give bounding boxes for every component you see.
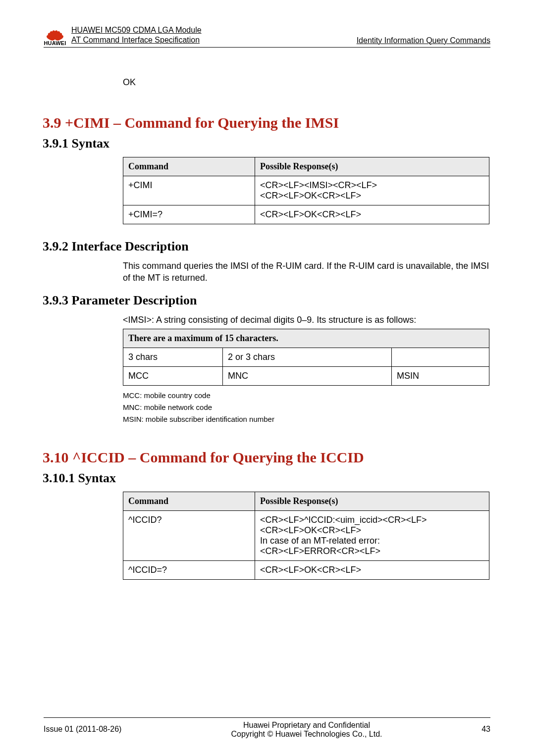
header-titles: HUAWEI MC509 CDMA LGA Module AT Command … [71, 25, 357, 46]
td-iccid-resp: <CR><LF>^ICCID:<uim_iccid><CR><LF> <CR><… [255, 510, 489, 560]
note-mcc: MCC: mobile country code [123, 390, 490, 402]
imsi-r2c1: MCC [123, 366, 223, 385]
interface-desc-text: This command queries the IMSI of the R-U… [123, 260, 490, 284]
th-responses: Possible Response(s) [255, 157, 489, 176]
section-3-10-1-heading: 3.10.1 Syntax [43, 471, 490, 486]
imsi-r1c1: 3 chars [123, 348, 223, 366]
imsi-r2c3: MSIN [392, 366, 489, 385]
page-footer: Issue 01 (2011-08-26) Huawei Proprietary… [44, 717, 490, 739]
imsi-r2c2: MNC [223, 366, 392, 385]
ok-text: OK [123, 77, 490, 88]
td-cimi-resp: <CR><LF><IMSI><CR><LF> <CR><LF>OK<CR><LF… [255, 176, 489, 205]
imsi-structure-table: There are a maximum of 15 characters. 3 … [123, 329, 489, 386]
section-3-9-3-heading: 3.9.3 Parameter Description [43, 293, 490, 308]
td-iccid-q-resp: <CR><LF>OK<CR><LF> [255, 560, 489, 579]
footer-center-1: Huawei Proprietary and Confidential [153, 721, 461, 730]
imsi-r1c2: 2 or 3 chars [223, 348, 392, 366]
th-responses-2: Possible Response(s) [255, 492, 489, 510]
footer-center-2: Copyright © Huawei Technologies Co., Ltd… [153, 730, 461, 739]
iccid-resp-3: In case of an MT-related error: [260, 536, 484, 546]
section-3-9-1-heading: 3.9.1 Syntax [43, 136, 490, 151]
td-iccid: ^ICCID? [123, 510, 255, 560]
note-msin: MSIN: mobile subscriber identification n… [123, 413, 490, 425]
imsi-r1c3 [392, 348, 489, 366]
section-3-9-heading: 3.9 +CIMI – Command for Querying the IMS… [43, 114, 490, 131]
iccid-resp-1: <CR><LF>^ICCID:<uim_iccid><CR><LF> [260, 515, 484, 525]
section-3-9-2-heading: 3.9.2 Interface Description [43, 239, 490, 254]
td-cimi-q-resp: <CR><LF>OK<CR><LF> [255, 205, 489, 224]
iccid-resp-4: <CR><LF>ERROR<CR><LF> [260, 546, 484, 556]
cimi-resp-line2: <CR><LF>OK<CR><LF> [260, 191, 484, 201]
td-iccid-q: ^ICCID=? [123, 560, 255, 579]
footer-page-number: 43 [461, 721, 490, 734]
imsi-table-header: There are a maximum of 15 characters. [123, 329, 489, 348]
th-command-2: Command [123, 492, 255, 510]
th-command: Command [123, 157, 255, 176]
huawei-logo: HUAWEI [44, 22, 66, 46]
header-title-2: AT Command Interface Specification [71, 35, 357, 45]
header-title-1: HUAWEI MC509 CDMA LGA Module [71, 25, 357, 35]
logo-text: HUAWEI [44, 40, 66, 46]
param-desc-text: <IMSI>: A string consisting of decimal d… [123, 314, 490, 326]
note-mnc: MNC: mobile network code [123, 402, 490, 413]
footer-left: Issue 01 (2011-08-26) [44, 721, 153, 734]
td-cimi-q: +CIMI=? [123, 205, 255, 224]
iccid-syntax-table: Command Possible Response(s) ^ICCID? <CR… [123, 492, 489, 580]
cimi-resp-line1: <CR><LF><IMSI><CR><LF> [260, 180, 484, 191]
header-right: Identity Information Query Commands [357, 36, 490, 46]
iccid-resp-2: <CR><LF>OK<CR><LF> [260, 525, 484, 536]
cimi-syntax-table: Command Possible Response(s) +CIMI <CR><… [123, 157, 489, 224]
section-3-10-heading: 3.10 ^ICCID – Command for Querying the I… [43, 449, 490, 466]
huawei-petals-icon [44, 22, 66, 39]
td-cimi: +CIMI [123, 176, 255, 205]
